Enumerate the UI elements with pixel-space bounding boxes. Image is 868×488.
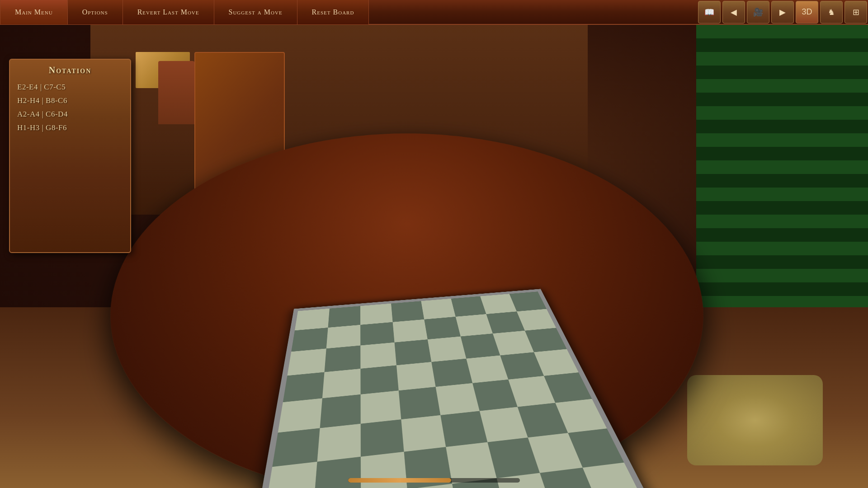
square-D7[interactable]	[392, 319, 428, 343]
square-C8[interactable]	[360, 304, 392, 325]
chess-board-container[interactable]	[251, 287, 689, 488]
square-C6[interactable]	[360, 343, 396, 369]
revert-last-move-button[interactable]: Revert Last Move	[123, 0, 214, 24]
square-B6[interactable]	[324, 346, 360, 372]
reset-board-button[interactable]: Reset Board	[297, 0, 369, 24]
square-B3[interactable]	[317, 423, 361, 461]
next-button[interactable]: ▶	[771, 1, 794, 23]
square-B8[interactable]	[328, 306, 360, 328]
notation-move-2: H2-H4 | B8-C6	[17, 96, 123, 105]
notation-panel: Notation E2-E4 | C7-C5 H2-H4 | B8-C6 A2-…	[9, 59, 131, 253]
square-A4[interactable]	[278, 398, 322, 432]
game-scene: Notation E2-E4 | C7-C5 H2-H4 | B8-C6 A2-…	[0, 25, 868, 488]
square-A6[interactable]	[288, 348, 326, 375]
prev-button[interactable]: ◀	[722, 1, 745, 23]
square-C4[interactable]	[361, 390, 401, 423]
3d-toggle-button[interactable]: 3D	[796, 1, 818, 23]
square-E6[interactable]	[428, 337, 466, 362]
square-B4[interactable]	[320, 394, 361, 428]
progress-bar	[348, 478, 451, 483]
options-button[interactable]: Options	[68, 0, 123, 24]
book-icon-button[interactable]: 📖	[698, 1, 721, 23]
square-E7[interactable]	[424, 317, 460, 339]
toolbar: Main Menu Options Revert Last Move Sugge…	[0, 0, 868, 25]
square-D5[interactable]	[396, 362, 435, 391]
notation-move-3: A2-A4 | C6-D4	[17, 110, 123, 119]
square-B5[interactable]	[322, 369, 360, 399]
square-A5[interactable]	[283, 372, 324, 402]
square-A3[interactable]	[272, 428, 320, 467]
square-E4[interactable]	[436, 383, 480, 415]
floor-rug	[687, 375, 823, 465]
camera-button[interactable]: 🎥	[747, 1, 769, 23]
square-B7[interactable]	[326, 325, 360, 349]
square-E8[interactable]	[421, 299, 455, 319]
square-H1[interactable]	[582, 462, 644, 488]
square-A8[interactable]	[295, 309, 330, 330]
square-D6[interactable]	[394, 339, 431, 365]
board-button[interactable]: ⊞	[844, 1, 867, 23]
square-B2[interactable]	[314, 457, 361, 488]
notation-move-1: E2-E4 | C7-C5	[17, 83, 123, 92]
square-C3[interactable]	[361, 419, 404, 457]
square-D8[interactable]	[391, 301, 425, 322]
square-A7[interactable]	[291, 328, 328, 352]
square-D4[interactable]	[398, 387, 440, 419]
chair	[158, 61, 194, 124]
main-menu-button[interactable]: Main Menu	[0, 0, 68, 24]
progress-bar-container	[348, 478, 520, 483]
square-C7[interactable]	[360, 322, 394, 346]
chess-board[interactable]	[250, 289, 653, 488]
square-E5[interactable]	[431, 358, 472, 387]
square-D3[interactable]	[401, 415, 446, 451]
notation-title: Notation	[17, 65, 123, 75]
square-C5[interactable]	[360, 365, 398, 394]
suggest-move-button[interactable]: Suggest a Move	[214, 0, 297, 24]
knight-button[interactable]: ♞	[820, 1, 843, 23]
notation-move-4: H1-H3 | G8-F6	[17, 123, 123, 132]
